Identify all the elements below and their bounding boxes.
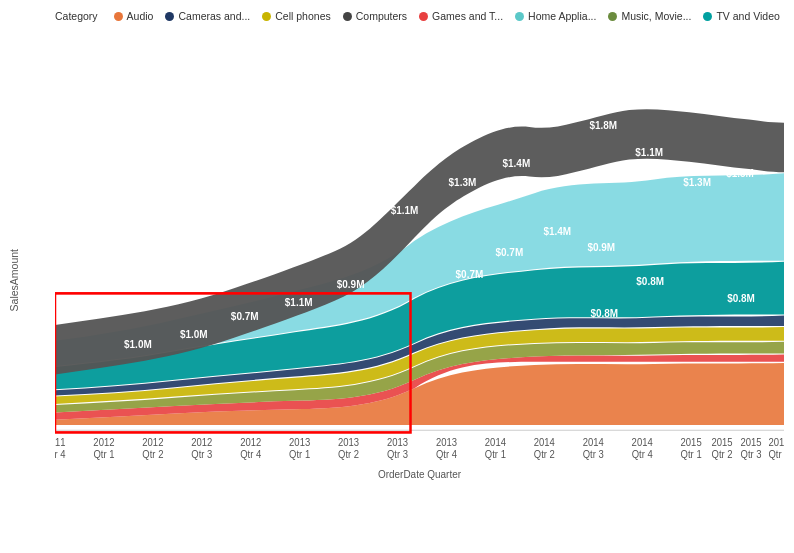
- svg-text:Qtr 2: Qtr 2: [534, 448, 555, 459]
- svg-text:Qtr 3: Qtr 3: [583, 448, 604, 459]
- svg-text:Qtr 1: Qtr 1: [93, 448, 114, 459]
- svg-text:$1.0M: $1.0M: [180, 328, 208, 339]
- svg-text:2012: 2012: [191, 437, 212, 448]
- svg-text:Qtr 3: Qtr 3: [191, 448, 212, 459]
- chart-legend: Category Audio Cameras and... Cell phone…: [55, 10, 784, 22]
- svg-text:$1.1M: $1.1M: [635, 147, 663, 158]
- svg-text:Qtr 1: Qtr 1: [289, 448, 310, 459]
- svg-text:Qtr 2: Qtr 2: [142, 448, 163, 459]
- legend-item-cameras: Cameras and...: [165, 10, 250, 22]
- svg-text:$1.1M: $1.1M: [285, 297, 313, 308]
- svg-text:2015: 2015: [740, 437, 762, 448]
- legend-label-audio: Audio: [127, 10, 154, 22]
- chart-container: Category Audio Cameras and... Cell phone…: [0, 0, 794, 553]
- legend-title: Category: [55, 10, 98, 22]
- svg-text:$0.9M: $0.9M: [587, 242, 615, 253]
- svg-text:$0.7M: $0.7M: [456, 268, 484, 279]
- x-axis-label: OrderDate Quarter: [378, 468, 462, 479]
- svg-text:$1.4M: $1.4M: [503, 158, 531, 169]
- legend-item-computers: Computers: [343, 10, 407, 22]
- svg-text:$1.8M: $1.8M: [589, 120, 617, 131]
- legend-label-home: Home Applia...: [528, 10, 596, 22]
- svg-text:Qtr 2: Qtr 2: [712, 448, 733, 459]
- svg-text:Qtr 4: Qtr 4: [55, 448, 66, 459]
- legend-label-computers: Computers: [356, 10, 407, 22]
- legend-label-games: Games and T...: [432, 10, 503, 22]
- legend-label-tv: TV and Video: [716, 10, 779, 22]
- svg-text:$1.4M: $1.4M: [543, 226, 571, 237]
- svg-text:$1.0M: $1.0M: [124, 339, 152, 350]
- svg-text:$0.8M: $0.8M: [636, 276, 664, 287]
- svg-text:$1.5M: $1.5M: [726, 168, 754, 179]
- legend-label-cameras: Cameras and...: [178, 10, 250, 22]
- svg-text:2015: 2015: [681, 437, 703, 448]
- legend-item-audio: Audio: [114, 10, 154, 22]
- svg-text:Qtr 4: Qtr 4: [436, 448, 458, 459]
- svg-text:2014: 2014: [534, 437, 556, 448]
- svg-text:$1.3M: $1.3M: [449, 177, 477, 188]
- legend-dot-tv: [703, 12, 712, 21]
- legend-item-cellphones: Cell phones: [262, 10, 330, 22]
- svg-text:2012: 2012: [142, 437, 163, 448]
- svg-text:2012: 2012: [93, 437, 114, 448]
- svg-text:2012: 2012: [240, 437, 261, 448]
- svg-text:$0.8M: $0.8M: [590, 307, 618, 318]
- svg-text:$2.3M: $2.3M: [401, 137, 429, 148]
- svg-text:Qtr 1: Qtr 1: [485, 448, 506, 459]
- svg-text:2013: 2013: [289, 437, 310, 448]
- svg-text:$0.7M: $0.7M: [496, 247, 524, 258]
- chart-area: $1.0M $1.0M $0.7M $1.1M $0.9M $1.1M $2.3…: [55, 30, 784, 483]
- svg-text:2015: 2015: [768, 437, 784, 448]
- legend-label-cellphones: Cell phones: [275, 10, 330, 22]
- svg-text:$0.7M: $0.7M: [231, 310, 259, 321]
- svg-text:Qtr 4: Qtr 4: [240, 448, 262, 459]
- svg-text:2014: 2014: [583, 437, 605, 448]
- svg-text:Qtr 4: Qtr 4: [632, 448, 654, 459]
- legend-dot-music: [608, 12, 617, 21]
- legend-dot-cellphones: [262, 12, 271, 21]
- legend-dot-home: [515, 12, 524, 21]
- svg-text:2014: 2014: [485, 437, 507, 448]
- svg-text:2013: 2013: [338, 437, 359, 448]
- svg-text:2014: 2014: [632, 437, 654, 448]
- svg-text:Qtr 2: Qtr 2: [338, 448, 359, 459]
- legend-dot-games: [419, 12, 428, 21]
- svg-text:$1.3M: $1.3M: [683, 177, 711, 188]
- svg-text:$0.9M: $0.9M: [337, 279, 365, 290]
- svg-text:$1.9M: $1.9M: [548, 92, 576, 103]
- legend-dot-cameras: [165, 12, 174, 21]
- y-axis-label: SalesAmount: [8, 249, 20, 311]
- legend-item-tv: TV and Video: [703, 10, 779, 22]
- svg-text:Qtr 3: Qtr 3: [387, 448, 408, 459]
- svg-text:Qtr 3: Qtr 3: [741, 448, 762, 459]
- svg-text:2011: 2011: [55, 437, 66, 448]
- legend-dot-computers: [343, 12, 352, 21]
- legend-item-games: Games and T...: [419, 10, 503, 22]
- svg-text:Qtr 1: Qtr 1: [681, 448, 702, 459]
- legend-item-music: Music, Movie...: [608, 10, 691, 22]
- legend-dot-audio: [114, 12, 123, 21]
- svg-text:Qtr 4: Qtr 4: [768, 448, 784, 459]
- svg-text:2013: 2013: [436, 437, 457, 448]
- legend-item-home: Home Applia...: [515, 10, 596, 22]
- svg-text:2015: 2015: [712, 437, 734, 448]
- svg-text:2013: 2013: [387, 437, 408, 448]
- svg-text:$1.1M: $1.1M: [391, 205, 419, 216]
- svg-text:$0.8M: $0.8M: [727, 293, 755, 304]
- legend-label-music: Music, Movie...: [621, 10, 691, 22]
- chart-svg: $1.0M $1.0M $0.7M $1.1M $0.9M $1.1M $2.3…: [55, 30, 784, 483]
